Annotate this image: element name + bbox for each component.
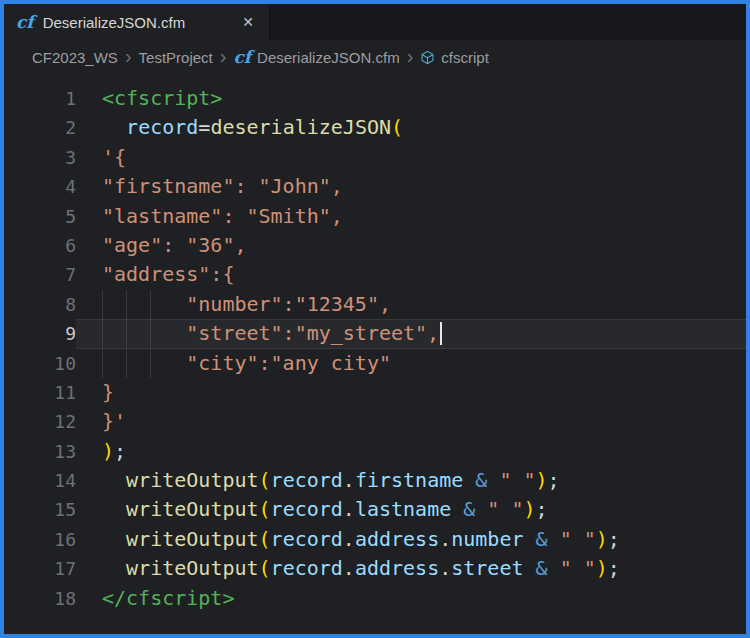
breadcrumb-label: DeserializeJSON.cfm: [257, 49, 400, 66]
line-number[interactable]: 3: [4, 143, 76, 172]
code-line-content[interactable]: "firstname": "John",: [76, 172, 746, 201]
code-line[interactable]: 9 "street":"my_street",: [4, 319, 746, 348]
code-line[interactable]: 7"address":{: [4, 260, 746, 289]
code-line-content[interactable]: '{: [76, 143, 746, 172]
line-number[interactable]: 17: [4, 554, 76, 583]
code-token: (: [259, 527, 271, 551]
line-number[interactable]: 18: [4, 584, 76, 613]
coldfusion-file-icon: cf: [233, 49, 251, 66]
code-line[interactable]: 6"age": "36",: [4, 231, 746, 260]
breadcrumb-item-cfscript[interactable]: cfscript: [420, 49, 489, 66]
code-line-content[interactable]: "street":"my_street",: [76, 319, 746, 348]
line-number[interactable]: 11: [4, 378, 76, 407]
code-line-content[interactable]: }: [76, 378, 746, 407]
code-token: (: [391, 115, 403, 139]
line-number[interactable]: 5: [4, 202, 76, 231]
code-line-content[interactable]: writeOutput(record.lastname & " ");: [76, 495, 746, 524]
code-line[interactable]: 5"lastname": "Smith",: [4, 202, 746, 231]
code-line[interactable]: 2 record=deserializeJSON(: [4, 113, 746, 142]
code-line[interactable]: 14 writeOutput(record.firstname & " ");: [4, 466, 746, 495]
code-line[interactable]: 12}': [4, 407, 746, 436]
code-line-content[interactable]: "number":"12345",: [76, 290, 746, 319]
indent-guide: [102, 319, 103, 348]
code-line-content[interactable]: "address":{: [76, 260, 746, 289]
code-token: (: [259, 468, 271, 492]
line-number[interactable]: 10: [4, 349, 76, 378]
code-token: }: [102, 380, 114, 404]
code-token: "number":"12345",: [102, 292, 391, 316]
code-token: (: [259, 556, 271, 580]
code-line-content[interactable]: writeOutput(record.address.number & " ")…: [76, 525, 746, 554]
code-line[interactable]: 1<cfscript>: [4, 84, 746, 113]
indent-guide: [150, 319, 151, 348]
code-token: " ": [499, 468, 535, 492]
code-token: writeOutput: [126, 527, 258, 551]
breadcrumb-label: TestProject: [139, 49, 213, 66]
line-number[interactable]: 9: [4, 319, 76, 348]
breadcrumb-item-cf2023-ws[interactable]: CF2023_WS: [32, 49, 118, 66]
code-line-content[interactable]: writeOutput(record.address.street & " ")…: [76, 554, 746, 583]
indent-guide: [150, 349, 151, 378]
code-token: [548, 556, 560, 580]
code-token: number: [451, 527, 523, 551]
line-number[interactable]: 15: [4, 495, 76, 524]
code-token: .: [439, 556, 451, 580]
tab-deserializejson[interactable]: cf DeserializeJSON.cfm ✕: [4, 4, 270, 40]
code-token: [102, 527, 126, 551]
code-token: (: [259, 497, 271, 521]
code-line[interactable]: 18</cfscript>: [4, 584, 746, 613]
code-line-content[interactable]: writeOutput(record.firstname & " ");: [76, 466, 746, 495]
code-token: address: [355, 527, 439, 551]
code-line-content[interactable]: </cfscript>: [76, 584, 746, 613]
coldfusion-file-icon: cf: [16, 14, 34, 31]
code-token: .: [343, 556, 355, 580]
line-number[interactable]: 2: [4, 113, 76, 142]
code-line-content[interactable]: record=deserializeJSON(: [76, 113, 746, 142]
line-number[interactable]: 4: [4, 172, 76, 201]
code-token: writeOutput: [126, 468, 258, 492]
breadcrumb-item-testproject[interactable]: TestProject: [139, 49, 213, 66]
breadcrumb-separator-icon: ›: [220, 46, 227, 66]
code-line[interactable]: 3'{: [4, 143, 746, 172]
code-token: " ": [560, 556, 596, 580]
indent-guide: [150, 290, 151, 319]
code-line[interactable]: 4"firstname": "John",: [4, 172, 746, 201]
code-token: [102, 468, 126, 492]
code-line-content[interactable]: "city":"any city": [76, 349, 746, 378]
code-line[interactable]: 10 "city":"any city": [4, 349, 746, 378]
line-number[interactable]: 6: [4, 231, 76, 260]
editor-lines: 1<cfscript>2 record=deserializeJSON(3'{4…: [4, 84, 746, 613]
code-token: " ": [487, 497, 523, 521]
code-line[interactable]: 16 writeOutput(record.address.number & "…: [4, 525, 746, 554]
code-line-content[interactable]: "lastname": "Smith",: [76, 202, 746, 231]
code-line[interactable]: 11}: [4, 378, 746, 407]
code-line[interactable]: 17 writeOutput(record.address.street & "…: [4, 554, 746, 583]
line-number[interactable]: 12: [4, 407, 76, 436]
line-number[interactable]: 14: [4, 466, 76, 495]
code-line-content[interactable]: );: [76, 437, 746, 466]
line-number[interactable]: 13: [4, 437, 76, 466]
breadcrumb-item-deserializejson-cfm[interactable]: cfDeserializeJSON.cfm: [233, 49, 399, 66]
code-line[interactable]: 15 writeOutput(record.lastname & " ");: [4, 495, 746, 524]
code-editor[interactable]: 1<cfscript>2 record=deserializeJSON(3'{4…: [4, 74, 746, 634]
line-number[interactable]: 7: [4, 260, 76, 289]
line-number[interactable]: 1: [4, 84, 76, 113]
code-token: " ": [560, 527, 596, 551]
code-token: [102, 115, 126, 139]
code-token: '{: [102, 145, 126, 169]
close-icon[interactable]: ✕: [239, 12, 257, 32]
code-line[interactable]: 8 "number":"12345",: [4, 290, 746, 319]
code-token: writeOutput: [126, 497, 258, 521]
code-line-content[interactable]: }': [76, 407, 746, 436]
code-line-content[interactable]: <cfscript>: [76, 84, 746, 113]
code-token: &: [475, 468, 487, 492]
line-number[interactable]: 8: [4, 290, 76, 319]
code-line-content[interactable]: "age": "36",: [76, 231, 746, 260]
code-token: deserializeJSON: [210, 115, 391, 139]
indent-guide: [102, 290, 103, 319]
code-token: record: [271, 527, 343, 551]
code-line[interactable]: 13);: [4, 437, 746, 466]
breadcrumb: CF2023_WS›TestProject›cfDeserializeJSON.…: [4, 40, 746, 74]
line-number[interactable]: 16: [4, 525, 76, 554]
breadcrumb-label: cfscript: [441, 49, 489, 66]
